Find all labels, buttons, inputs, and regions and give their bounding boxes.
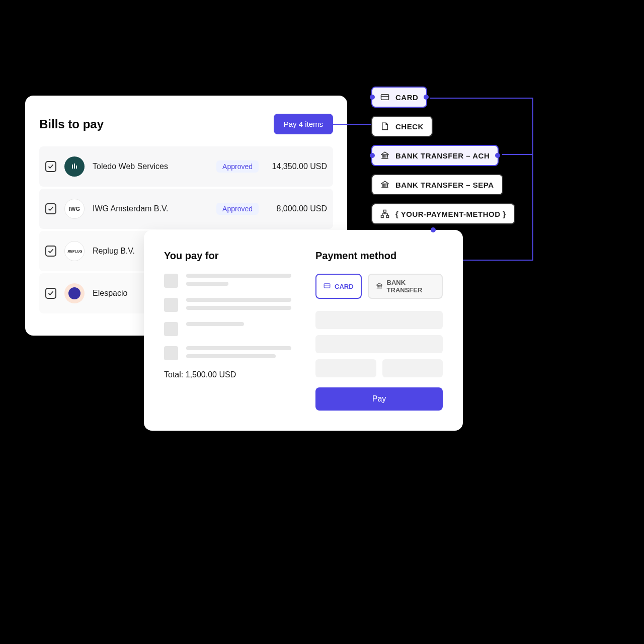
check-icon [48,290,54,296]
svg-rect-0 [72,165,73,169]
check-icon [48,248,54,254]
connector-line [532,98,533,261]
svg-rect-7 [386,215,389,218]
method-chip-check[interactable]: CHECK [371,116,433,137]
section-title: Payment method [315,250,443,262]
bank-icon [380,151,389,160]
method-chip-card[interactable]: CARD [371,87,427,108]
method-chip-sepa[interactable]: BANK TRANSFER – SEPA [371,174,503,195]
vendor-logo-icon: .REPLUG [64,241,85,261]
list-item [164,274,291,288]
svg-rect-2 [76,166,77,169]
method-chip-ach[interactable]: BANK TRANSFER – ACH [371,145,499,166]
chip-label: CHECK [395,122,424,131]
chip-label: BANK TRANSFER – SEPA [395,181,494,189]
card-icon [380,93,389,102]
vendor-name: IWG Amsterdam B.V. [93,204,208,213]
tab-label: CARD [335,283,354,290]
status-badge: Approved [216,203,259,215]
payment-method-list: CARD CHECK BANK TRANSFER – ACH BANK TRAN… [371,87,515,224]
list-item [164,322,291,336]
tab-card[interactable]: CARD [315,274,362,299]
svg-rect-1 [74,164,75,169]
bill-row[interactable]: IWG IWG Amsterdam B.V. Approved 8,000.00… [39,189,333,229]
bill-row[interactable]: Toledo Web Services Approved 14,350.00 U… [39,146,333,187]
payment-method-section: Payment method CARD BANK TRANSFER Pay [315,250,443,411]
bill-amount: 8,000.00 USD [267,204,327,213]
chip-label: { YOUR-PAYMENT-METHOD } [395,210,506,218]
card-icon [324,282,331,291]
tab-bank-transfer[interactable]: BANK TRANSFER [368,274,443,299]
checkbox-checked[interactable] [45,203,56,214]
card-cvc-field[interactable] [382,359,443,377]
total-amount: Total: 1,500.00 USD [164,370,291,379]
pay-button[interactable]: Pay [315,387,443,411]
check-icon [48,206,54,212]
list-item [164,346,291,360]
connector-dot [431,227,436,232]
connector-line [430,98,533,99]
vendor-logo-icon: IWG [64,199,85,219]
svg-rect-5 [384,210,386,213]
placeholder-icon [164,346,178,360]
bills-title: Bills to pay [39,117,104,131]
placeholder-icon [164,298,178,312]
bill-amount: 14,350.00 USD [267,162,327,171]
connector-line [321,124,371,125]
pay-for-section: You pay for Total: 1,500.00 USD [164,250,291,411]
chip-label: BANK TRANSFER – ACH [395,151,490,160]
checkbox-checked[interactable] [45,246,56,257]
vendor-name: Toledo Web Services [93,162,208,171]
tab-label: BANK TRANSFER [387,279,435,294]
card-number-field[interactable] [315,311,443,329]
status-badge: Approved [216,160,259,173]
svg-rect-8 [324,283,330,287]
bank-icon [376,282,383,291]
card-name-field[interactable] [315,335,443,353]
list-item [164,298,291,312]
checkbox-checked[interactable] [45,161,56,172]
bank-icon [380,180,389,189]
bills-header: Bills to pay Pay 4 items [39,114,333,134]
svg-rect-6 [381,215,384,218]
placeholder-icon [164,274,178,288]
payment-panel: You pay for Total: 1,500.00 USD Payment … [144,230,463,431]
chip-label: CARD [395,93,418,102]
card-expiry-field[interactable] [315,359,376,377]
placeholder-icon [164,322,178,336]
method-chip-custom[interactable]: { YOUR-PAYMENT-METHOD } [371,203,515,224]
connector-line [502,154,533,155]
checkbox-checked[interactable] [45,288,56,299]
nodes-icon [380,209,389,218]
svg-rect-3 [381,95,389,100]
section-title: You pay for [164,250,291,262]
check-icon [48,164,54,170]
check-document-icon [380,122,389,131]
vendor-logo-icon [64,283,85,303]
method-tabs: CARD BANK TRANSFER [315,274,443,299]
vendor-logo-icon [64,156,85,177]
